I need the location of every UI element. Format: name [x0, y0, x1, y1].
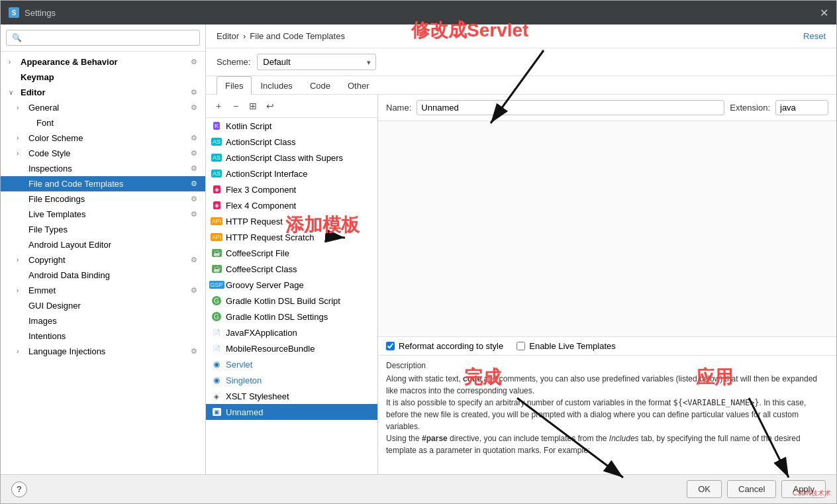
sidebar-item-editor[interactable]: ∨ Editor ⚙: [1, 85, 205, 100]
sidebar-label-androidlayout: Android Layout Editor: [28, 240, 111, 250]
tab-code[interactable]: Code: [301, 76, 339, 95]
sidebar-item-font[interactable]: Font: [1, 115, 205, 130]
reset-button[interactable]: Reset: [803, 31, 826, 41]
sidebar-label-general: General: [28, 103, 59, 113]
search-input[interactable]: [6, 30, 200, 46]
sidebar-item-images[interactable]: Images: [1, 313, 205, 328]
file-item-actionscriptclasswithsupers[interactable]: AS ActionScript Class with Supers: [206, 150, 377, 166]
file-item-groovyserverpage[interactable]: GSP Groovy Server Page: [206, 277, 377, 293]
file-item-unnamed[interactable]: ▣ Unnamed: [206, 404, 377, 420]
sidebar-item-androiddatabinding[interactable]: Android Data Binding: [1, 268, 205, 283]
desc-code-variable: ${<VARIABLE_NAME>}: [673, 398, 760, 407]
tab-other[interactable]: Other: [339, 76, 378, 95]
gradle-g-icon-2: G: [211, 311, 222, 322]
file-item-xsltstylesheet[interactable]: ◈ XSLT Stylesheet: [206, 388, 377, 404]
sidebar-label-inspections: Inspections: [28, 164, 72, 174]
copy-template-button[interactable]: ⊞: [246, 99, 260, 113]
ext-label: Extension:: [730, 103, 770, 113]
file-item-javafxapplication[interactable]: 📄 JavaFXApplication: [206, 325, 377, 340]
file-unnamed-icon: ▣: [211, 407, 222, 417]
file-item-gradlekotlindslbuild[interactable]: G Gradle Kotlin DSL Build Script: [206, 293, 377, 309]
sidebar-label-livetemplates: Live Templates: [28, 209, 85, 219]
name-ext-row: Name: Extension:: [378, 95, 836, 121]
settings-dialog: S Settings ✕ › Appearance & Behavior ⚙ K…: [0, 0, 837, 504]
sidebar-item-appearance[interactable]: › Appearance & Behavior ⚙: [1, 54, 205, 70]
name-label: Name:: [386, 103, 411, 113]
app-icon: S: [9, 7, 19, 18]
expand-icon-editor: ∨: [9, 89, 17, 96]
sidebar-label-intentions: Intentions: [28, 331, 66, 341]
ext-input[interactable]: [775, 100, 828, 115]
sidebar-item-filecodetemplates[interactable]: File and Code Templates ⚙: [1, 176, 205, 191]
dialog-title: Settings: [25, 8, 56, 18]
file-item-coffeescriptfile[interactable]: ☕ CoffeeScript File: [206, 245, 377, 261]
sidebar-item-copyright[interactable]: › Copyright ⚙: [1, 252, 205, 268]
file-item-flex3component[interactable]: ◈ Flex 3 Component: [206, 181, 377, 197]
settings-icon: ⚙: [191, 58, 197, 66]
help-button[interactable]: ?: [11, 481, 27, 497]
tab-includes[interactable]: Includes: [252, 76, 301, 95]
expand-icon-codestyle: ›: [17, 150, 25, 157]
search-box: [1, 25, 205, 52]
file-item-gradlekotlindslsettings[interactable]: G Gradle Kotlin DSL Settings: [206, 309, 377, 325]
file-list-toolbar: + − ⊞ ↩: [206, 95, 377, 118]
sidebar-item-general[interactable]: › General ⚙: [1, 100, 205, 115]
file-item-singleton[interactable]: ◉ Singleton: [206, 372, 377, 388]
sidebar-item-codestyle[interactable]: › Code Style ⚙: [1, 146, 205, 161]
file-item-actionscriptinterface[interactable]: AS ActionScript Interface: [206, 166, 377, 181]
reformat-checkbox[interactable]: Reformat according to style: [386, 341, 503, 351]
tab-files[interactable]: Files: [217, 76, 252, 95]
cancel-button[interactable]: Cancel: [727, 480, 776, 498]
reformat-checkbox-input[interactable]: [386, 342, 395, 350]
file-item-httprequestscratch[interactable]: API HTTP Request Scratch: [206, 229, 377, 245]
file-item-flex4component[interactable]: ◈ Flex 4 Component: [206, 197, 377, 213]
file-item-label-gradlekotlindslsettings: Gradle Kotlin DSL Settings: [226, 312, 328, 322]
file-item-label-coffeescriptclass: CoffeeScript Class: [226, 264, 297, 274]
settings-icon-inspections: ⚙: [191, 164, 197, 173]
description-text: Along with static text, code and comment…: [386, 373, 828, 456]
file-item-label-mobileresourcebundle: MobileResourceBundle: [226, 344, 315, 354]
sidebar-item-keymap[interactable]: Keymap: [1, 70, 205, 85]
name-input[interactable]: [417, 100, 724, 115]
livetemplates-checkbox[interactable]: Enable Live Templates: [517, 341, 616, 351]
sidebar-item-colorscheme[interactable]: › Color Scheme ⚙: [1, 130, 205, 146]
sidebar-item-guidesigner[interactable]: GUI Designer: [1, 298, 205, 313]
sidebar-item-intentions[interactable]: Intentions: [1, 328, 205, 344]
sidebar-label-codestyle: Code Style: [28, 148, 71, 158]
sidebar-label-font: Font: [36, 118, 54, 128]
sidebar-item-fileencodings[interactable]: File Encodings ⚙: [1, 191, 205, 207]
file-item-mobileresourcebundle[interactable]: 📄 MobileResourceBundle: [206, 340, 377, 356]
code-editor[interactable]: [378, 121, 836, 336]
file-item-httprequest[interactable]: API HTTP Request: [206, 213, 377, 229]
file-list: K Kotlin Script AS ActionScript Class AS…: [206, 118, 377, 474]
file-item-kotlinscript[interactable]: K Kotlin Script: [206, 118, 377, 134]
livetemplates-label: Enable Live Templates: [529, 341, 616, 351]
sidebar-label-copyright: Copyright: [28, 255, 66, 265]
sidebar-item-filetypes[interactable]: File Types: [1, 222, 205, 237]
remove-template-button[interactable]: −: [228, 99, 243, 113]
file-item-actionscriptclass[interactable]: AS ActionScript Class: [206, 134, 377, 150]
sidebar-item-livetemplates[interactable]: Live Templates ⚙: [1, 207, 205, 222]
sidebar: › Appearance & Behavior ⚙ Keymap ∨ Edito…: [1, 25, 206, 474]
add-template-button[interactable]: +: [211, 99, 226, 113]
sidebar-item-emmet[interactable]: › Emmet ⚙: [1, 283, 205, 298]
sidebar-item-androidlayouteditor[interactable]: Android Layout Editor: [1, 237, 205, 252]
desc-bold-parse: #parse: [422, 434, 448, 443]
revert-template-button[interactable]: ↩: [263, 99, 277, 113]
sidebar-tree: › Appearance & Behavior ⚙ Keymap ∨ Edito…: [1, 52, 205, 474]
sidebar-label-editor: Editor: [21, 87, 46, 97]
sidebar-item-languageinjections[interactable]: › Language Injections ⚙: [1, 344, 205, 359]
ok-button[interactable]: OK: [687, 480, 722, 498]
apply-button[interactable]: Apply: [781, 480, 826, 498]
sidebar-item-inspections[interactable]: Inspections ⚙: [1, 161, 205, 176]
scheme-label: Scheme:: [217, 57, 250, 67]
close-button[interactable]: ✕: [820, 7, 828, 19]
sidebar-label-keymap: Keymap: [21, 72, 54, 82]
scheme-select[interactable]: Default: [257, 54, 376, 70]
file-item-coffeescriptclass[interactable]: ☕ CoffeeScript Class: [206, 261, 377, 277]
options-row: Reformat according to style Enable Live …: [378, 336, 836, 355]
file-item-servlet[interactable]: ◉ Servlet: [206, 356, 377, 372]
livetemplates-checkbox-input[interactable]: [517, 342, 525, 350]
action-buttons: OK Cancel Apply: [687, 480, 826, 498]
desc-italic-includes: Includes: [609, 434, 639, 443]
